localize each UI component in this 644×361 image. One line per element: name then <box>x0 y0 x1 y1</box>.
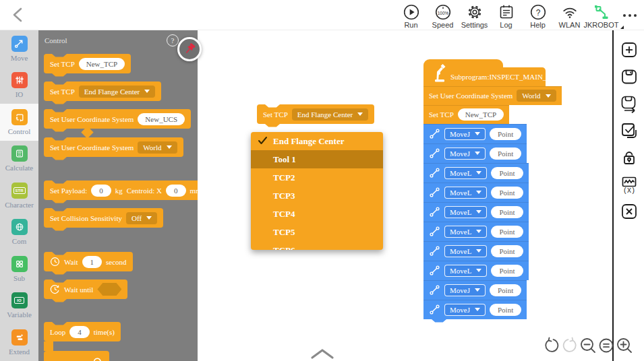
ucs-dropdown[interactable]: World <box>138 141 177 154</box>
menu-item-tcp5[interactable]: TCP5 <box>251 223 383 241</box>
program-move-block[interactable]: MoveL Point <box>423 261 529 280</box>
wait-seconds-field[interactable]: 1 <box>82 256 103 268</box>
program-move-block[interactable]: MoveL Point <box>423 163 529 183</box>
point-button[interactable]: Point <box>491 226 523 238</box>
program-move-block[interactable]: MoveJ Point <box>423 300 527 319</box>
program-move-block[interactable]: MoveL Point <box>423 202 529 222</box>
program-move-block[interactable]: MoveL Point <box>423 241 529 261</box>
toolbox-block-set-ucs-new[interactable]: Set User Coordinate System New_UCS <box>44 109 191 129</box>
menu-item-tcp6[interactable]: TCP6 <box>251 241 383 250</box>
zoom-in-icon[interactable] <box>616 337 633 354</box>
toolbox-block-set-tcp-dropdown[interactable]: Set TCP End Flange Center <box>44 81 161 101</box>
move-type-dropdown[interactable]: MoveJ <box>444 128 486 140</box>
move-type-dropdown[interactable]: MoveJ <box>444 284 486 296</box>
log-button[interactable]: Log <box>490 0 522 30</box>
move-type-dropdown[interactable]: MoveL <box>444 265 487 277</box>
program-move-block[interactable]: MoveL Point <box>423 222 529 241</box>
point-button[interactable]: Point <box>491 187 523 199</box>
menu-item-tcp3[interactable]: TCP3 <box>251 187 383 205</box>
jkrobot-button[interactable]: JKROBOT <box>585 0 617 30</box>
point-button[interactable]: Point <box>490 147 521 160</box>
topbar-actions: Run 100% Speed Settings Log ? Help <box>395 0 643 30</box>
sidebar-item-extend[interactable]: Extend <box>0 324 38 361</box>
program-block-set-tcp[interactable]: Set TCP New_TCP <box>423 105 509 124</box>
canvas-tcp-dropdown[interactable]: End Flange Center <box>292 108 368 121</box>
point-button[interactable]: Point <box>491 265 523 277</box>
sidebar-item-character[interactable]: STR Character <box>0 177 38 214</box>
ucs-name-field[interactable]: New_UCS <box>138 113 185 125</box>
toolbox-block-set-payload[interactable]: Set Payload: 0 kg Centroid: X 0 mm Y <box>44 180 198 200</box>
move-type-dropdown[interactable]: MoveL <box>444 206 487 218</box>
program-move-block[interactable]: MoveL Point <box>423 183 529 202</box>
move-type-dropdown[interactable]: MoveL <box>444 187 487 199</box>
zoom-out-icon[interactable] <box>579 337 597 354</box>
trace-monitor-button[interactable]: (X) <box>620 175 639 194</box>
toolbox-block-set-ucs-dropdown[interactable]: Set User Coordinate System World <box>44 137 183 157</box>
condition-slot[interactable] <box>97 283 121 296</box>
sidebar-item-sub[interactable]: Sub <box>0 251 38 288</box>
wlan-button[interactable]: WLAN <box>554 0 585 30</box>
program-move-block[interactable]: MoveJ Point <box>423 124 527 143</box>
sidebar-item-control[interactable]: Control <box>0 104 38 141</box>
back-button[interactable] <box>11 7 27 23</box>
speed-button[interactable]: 100% Speed <box>427 0 459 30</box>
move-type-dropdown[interactable]: MoveL <box>444 226 487 238</box>
sidebar-item-move[interactable]: Move <box>0 30 38 67</box>
tcp-name-field[interactable]: New_TCP <box>79 58 125 70</box>
save-button[interactable] <box>620 67 639 86</box>
bottom-drawer-toggle[interactable] <box>310 348 334 361</box>
lock-button[interactable] <box>620 148 639 167</box>
move-type-dropdown[interactable]: MoveJ <box>444 304 486 316</box>
save-as-button[interactable] <box>620 94 639 113</box>
point-button[interactable]: Point <box>491 245 523 257</box>
move-type-dropdown[interactable]: MoveJ <box>444 147 486 160</box>
loop-count-field[interactable]: 4 <box>69 326 90 338</box>
move-type-dropdown[interactable]: MoveL <box>444 245 487 257</box>
program-block-set-ucs[interactable]: Set User Coordinate System World <box>423 86 562 105</box>
menu-item-tool-1[interactable]: Tool 1 <box>251 150 383 168</box>
loop-header[interactable]: Loop 4 time(s) <box>44 322 121 341</box>
toolbox-block-wait[interactable]: Wait 1 second <box>44 252 133 271</box>
collision-dropdown[interactable]: Off <box>126 212 157 224</box>
point-button[interactable]: Point <box>490 284 521 296</box>
new-program-button[interactable] <box>620 40 639 59</box>
ucs-dropdown[interactable]: World <box>517 90 556 102</box>
zoom-reset-icon[interactable] <box>597 337 615 354</box>
toolbox-title: Control <box>45 36 67 44</box>
toolbox-block-collision-sensitivity[interactable]: Set Collision Sensitivity Off <box>44 208 163 228</box>
menu-item-tcp4[interactable]: TCP4 <box>251 205 383 223</box>
canvas-block-set-tcp[interactable]: Set TCP End Flange Center <box>257 104 374 124</box>
svg-text:(X): (X) <box>622 187 635 194</box>
sidebar-item-variable[interactable]: IO Variable <box>0 288 38 325</box>
program-move-block[interactable]: MoveJ Point <box>423 143 527 163</box>
point-button[interactable]: Point <box>490 128 521 140</box>
menu-item-end-flange-center[interactable]: End Flange Center <box>251 132 383 150</box>
toolbox-help-button[interactable]: ? <box>167 34 179 46</box>
help-button[interactable]: ? Help <box>522 0 554 30</box>
menu-item-tcp2[interactable]: TCP2 <box>251 168 383 187</box>
toolbox-block-wait-until[interactable]: Wait until <box>44 280 127 299</box>
move-path-icon <box>429 167 440 178</box>
sidebar-item-com[interactable]: Com <box>0 214 38 251</box>
pin-toolbox-button[interactable] <box>177 37 202 61</box>
close-delete-button[interactable] <box>620 202 639 221</box>
sidebar-item-calculate[interactable]: Calculate <box>0 141 38 178</box>
point-button[interactable]: Point <box>491 206 523 218</box>
tcp-name-field[interactable]: New_TCP <box>458 108 504 121</box>
point-button[interactable]: Point <box>491 167 523 179</box>
undo-icon[interactable] <box>543 337 560 354</box>
redo-icon[interactable] <box>561 337 579 354</box>
loop-footer[interactable] <box>44 351 109 361</box>
tcp-dropdown[interactable]: End Flange Center <box>79 86 155 98</box>
move-type-dropdown[interactable]: MoveL <box>444 167 487 179</box>
variable-icon: IO <box>11 292 28 308</box>
centroid-x-field[interactable]: 0 <box>166 185 186 197</box>
check-select-button[interactable] <box>620 121 639 140</box>
sidebar-item-io[interactable]: IO <box>0 67 38 104</box>
program-move-block[interactable]: MoveJ Point <box>423 280 527 300</box>
run-button[interactable]: Run <box>395 0 427 30</box>
point-button[interactable]: Point <box>490 304 521 316</box>
toolbox-block-set-tcp-new[interactable]: Set TCP New_TCP <box>44 54 131 73</box>
payload-kg-field[interactable]: 0 <box>91 185 111 197</box>
settings-button[interactable]: Settings <box>459 0 490 30</box>
